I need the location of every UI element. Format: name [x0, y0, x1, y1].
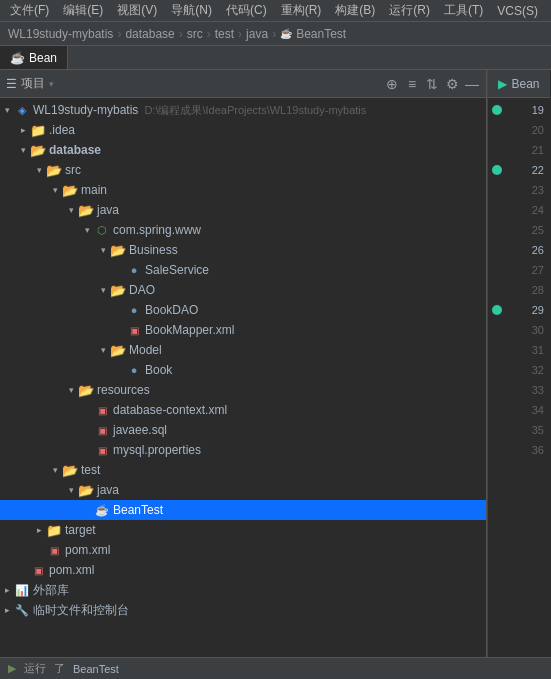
- tree-item-test[interactable]: 📂 test: [0, 460, 486, 480]
- sidebar-sort-button[interactable]: ⇅: [424, 76, 440, 92]
- marker-22: [492, 165, 502, 175]
- line-34: 34: [488, 400, 550, 420]
- menu-run[interactable]: 运行(R): [383, 0, 436, 21]
- menu-navigate[interactable]: 导航(N): [165, 0, 218, 21]
- tab-class-icon: ☕: [10, 51, 25, 65]
- label-test: test: [81, 463, 100, 477]
- tree-item-test-java[interactable]: 📂 java: [0, 480, 486, 500]
- sidebar-settings-button[interactable]: ⚙: [444, 76, 460, 92]
- menu-vcs[interactable]: VCS(S): [491, 2, 544, 20]
- sidebar-title: ☰ 项目 ▾: [6, 75, 54, 92]
- tree-item-javaee[interactable]: ▣ javaee.sql: [0, 420, 486, 440]
- label-java-main: java: [97, 203, 119, 217]
- label-model: Model: [129, 343, 162, 357]
- sidebar-title-text: 项目: [21, 75, 45, 92]
- folder-icon-idea: 📁: [30, 122, 46, 138]
- xml-icon-bookmapper: ▣: [126, 322, 142, 338]
- tree-item-beantest[interactable]: ☕ BeanTest: [0, 500, 486, 520]
- tree-item-main[interactable]: 📂 main: [0, 180, 486, 200]
- label-idea: .idea: [49, 123, 75, 137]
- right-gutter: ▶ Bean 19 20 21 22 23 24 25 26 27 28 29: [487, 70, 550, 657]
- arrow-idea: [16, 123, 30, 137]
- tree-item-db-context[interactable]: ▣ database-context.xml: [0, 400, 486, 420]
- label-target: target: [65, 523, 96, 537]
- arrow-external: [0, 583, 14, 597]
- line-36: 36: [488, 440, 550, 460]
- label-pom-db: pom.xml: [65, 543, 110, 557]
- tree-item-temp[interactable]: 🔧 临时文件和控制台: [0, 600, 486, 620]
- run-icon: ▶: [498, 77, 507, 91]
- tree-item-saleservice[interactable]: ● SaleService: [0, 260, 486, 280]
- menu-edit[interactable]: 编辑(E): [57, 0, 109, 21]
- menu-file[interactable]: 文件(F): [4, 0, 55, 21]
- line-25: 25: [488, 220, 550, 240]
- tree-item-pom-db[interactable]: ▣ pom.xml: [0, 540, 486, 560]
- status-arrow: 了: [54, 661, 65, 676]
- tree-item-pom-root[interactable]: ▣ pom.xml: [0, 560, 486, 580]
- status-text: 运行: [24, 661, 46, 676]
- tree-item-bookdao[interactable]: ● BookDAO: [0, 300, 486, 320]
- status-bar: ▶ 运行 了 BeanTest: [0, 657, 551, 679]
- breadcrumb-project[interactable]: WL19study-mybatis: [8, 27, 113, 41]
- sidebar-dropdown-icon[interactable]: ▾: [49, 79, 54, 89]
- breadcrumb: WL19study-mybatis › database › src › tes…: [0, 22, 551, 46]
- tree-item-java-main[interactable]: 📂 java: [0, 200, 486, 220]
- line-33: 33: [488, 380, 550, 400]
- tree-item-pkg[interactable]: ⬡ com.spring.www: [0, 220, 486, 240]
- tree-item-book[interactable]: ● Book: [0, 360, 486, 380]
- folder-icon-resources: 📂: [78, 382, 94, 398]
- line-30: 30: [488, 320, 550, 340]
- menu-view[interactable]: 视图(V): [111, 0, 163, 21]
- sidebar-add-button[interactable]: ⊕: [384, 76, 400, 92]
- breadcrumb-test[interactable]: test: [215, 27, 234, 41]
- line-numbers: 19 20 21 22 23 24 25 26 27 28 29 30 31 3…: [488, 98, 550, 657]
- tree-item-database[interactable]: 📂 database: [0, 140, 486, 160]
- arrow-target: [32, 523, 46, 537]
- tree-item-dao[interactable]: 📂 DAO: [0, 280, 486, 300]
- tree-item-idea[interactable]: 📁 .idea: [0, 120, 486, 140]
- tree-item-bookmapper[interactable]: ▣ BookMapper.xml: [0, 320, 486, 340]
- breadcrumb-src[interactable]: src: [187, 27, 203, 41]
- sidebar-collapse-button[interactable]: —: [464, 76, 480, 92]
- sidebar-list-button[interactable]: ≡: [404, 76, 420, 92]
- breadcrumb-module[interactable]: database: [125, 27, 174, 41]
- line-23: 23: [488, 180, 550, 200]
- tab-beantest[interactable]: ☕ Bean: [0, 46, 68, 69]
- breadcrumb-java[interactable]: java: [246, 27, 268, 41]
- label-main: main: [81, 183, 107, 197]
- menu-tools[interactable]: 工具(T): [438, 0, 489, 21]
- label-root: WL19study-mybatis: [33, 103, 138, 117]
- arrow-resources: [64, 383, 78, 397]
- arrow-test-java: [64, 483, 78, 497]
- label-saleservice: SaleService: [145, 263, 209, 277]
- folder-icon-test: 📂: [62, 462, 78, 478]
- line-20: 20: [488, 120, 550, 140]
- tree-item-business[interactable]: 📂 Business: [0, 240, 486, 260]
- tree-item-mysql[interactable]: ▣ mysql.properties: [0, 440, 486, 460]
- tree-item-root[interactable]: ◈ WL19study-mybatis D:\编程成果\IdeaProjects…: [0, 100, 486, 120]
- arrow-model: [96, 343, 110, 357]
- label-book: Book: [145, 363, 172, 377]
- breadcrumb-class-icon: ☕: [280, 28, 292, 39]
- xml-icon-db-context: ▣: [94, 402, 110, 418]
- tree-item-external[interactable]: 📊 外部库: [0, 580, 486, 600]
- tree-item-resources[interactable]: 📂 resources: [0, 380, 486, 400]
- tree-item-model[interactable]: 📂 Model: [0, 340, 486, 360]
- arrow-pkg: [80, 223, 94, 237]
- breadcrumb-class[interactable]: BeanTest: [296, 27, 346, 41]
- label-external: 外部库: [33, 582, 69, 599]
- class-icon-book: ●: [126, 362, 142, 378]
- folder-icon-test-java: 📂: [78, 482, 94, 498]
- sidebar-icon: ☰: [6, 77, 17, 91]
- line-19: 19: [488, 100, 550, 120]
- project-tree[interactable]: ◈ WL19study-mybatis D:\编程成果\IdeaProjects…: [0, 98, 486, 657]
- folder-icon-model: 📂: [110, 342, 126, 358]
- status-class: BeanTest: [73, 663, 119, 675]
- menu-refactor[interactable]: 重构(R): [275, 0, 328, 21]
- menu-code[interactable]: 代码(C): [220, 0, 273, 21]
- tree-item-src[interactable]: 📂 src: [0, 160, 486, 180]
- tab-label: Bean: [29, 51, 57, 65]
- label-beantest: BeanTest: [113, 503, 163, 517]
- tree-item-target[interactable]: 📁 target: [0, 520, 486, 540]
- menu-build[interactable]: 构建(B): [329, 0, 381, 21]
